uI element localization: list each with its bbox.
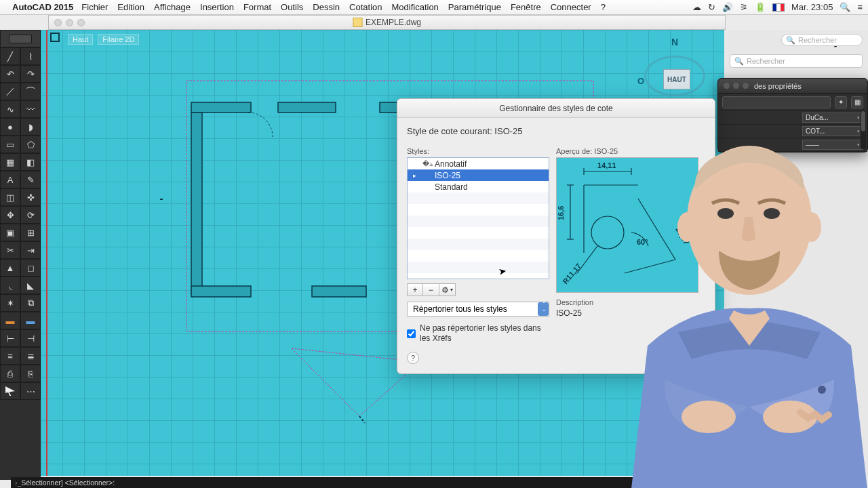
style-item-iso25[interactable]: ▸ISO-25: [408, 169, 549, 181]
tool-rotate[interactable]: ⟳: [20, 206, 41, 224]
tool-dim[interactable]: ⊢: [0, 329, 20, 347]
tool-segment[interactable]: ／: [0, 83, 20, 100]
tool-measure2[interactable]: ≣: [20, 347, 41, 365]
tool-export[interactable]: ⎘: [20, 365, 41, 382]
tool-redo[interactable]: ↷: [20, 65, 41, 83]
window-zoom-button[interactable]: [77, 19, 85, 26]
menu-connecter[interactable]: Connecter: [551, 2, 591, 12]
sync-icon[interactable]: ↻: [708, 2, 715, 12]
styles-listbox[interactable]: �⟁Annotatif ▸ISO-25 Standard: [407, 157, 549, 279]
window-close-button[interactable]: [54, 19, 62, 26]
object-type-select[interactable]: [722, 96, 831, 108]
cloud-icon[interactable]: ☁: [692, 2, 701, 12]
menu-outils[interactable]: Outils: [281, 2, 303, 12]
tool-circle[interactable]: ●: [0, 118, 20, 136]
options-style-button[interactable]: ⚙: [439, 283, 456, 296]
menu-affichage[interactable]: Affichage: [154, 2, 191, 12]
xref-checkbox-label[interactable]: Ne pas répertorier les styles dans les X…: [407, 323, 549, 344]
add-style-button[interactable]: +: [407, 283, 423, 296]
svg-point-29: [677, 212, 696, 242]
input-source-flag-icon[interactable]: [772, 3, 785, 12]
tool-hatch[interactable]: ▦: [0, 153, 20, 171]
menu-format[interactable]: Format: [243, 2, 271, 12]
properties-title: des propriétés: [754, 82, 802, 90]
menu-edition[interactable]: Edition: [117, 2, 144, 12]
tool-fillet[interactable]: ◟: [0, 277, 20, 294]
view-breadcrumb[interactable]: Haut Filaire 2D: [68, 35, 142, 43]
tool-extra[interactable]: ⋯: [20, 382, 41, 400]
tool-explode[interactable]: ✶: [0, 294, 20, 312]
tool-polygon[interactable]: ⬠: [20, 136, 41, 153]
viewcube-west[interactable]: O: [637, 76, 644, 86]
list-filter-select[interactable]: Répertorier tous les styles: [407, 302, 549, 317]
tool-freehand[interactable]: 〰: [20, 100, 41, 118]
tool-array[interactable]: ⊞: [20, 224, 41, 241]
tool-undo[interactable]: ↶: [0, 65, 20, 83]
tool-line[interactable]: ╱: [0, 47, 20, 65]
battery-icon[interactable]: 🔋: [755, 2, 766, 12]
tool-mirror[interactable]: ▲: [0, 259, 20, 277]
tool-measure[interactable]: ≡: [0, 347, 20, 365]
tool-match[interactable]: ✜: [20, 188, 41, 206]
menu-insertion[interactable]: Insertion: [200, 2, 234, 12]
quick-select-icon[interactable]: ✦: [835, 96, 847, 108]
tool-arc[interactable]: ⁀: [20, 83, 41, 100]
tool-brush[interactable]: ✎: [20, 171, 41, 188]
document-filename: EXEMPLE.dwg: [366, 18, 421, 27]
tool-rect[interactable]: ▭: [0, 136, 20, 153]
svg-rect-5: [191, 286, 251, 297]
dwg-file-icon: [353, 18, 362, 27]
tool-spline[interactable]: ∿: [0, 100, 20, 118]
crumb-visualstyle[interactable]: Filaire 2D: [98, 34, 139, 45]
remove-style-button[interactable]: −: [423, 283, 439, 296]
style-item-standard[interactable]: Standard: [408, 181, 549, 192]
menu-modification[interactable]: Modification: [391, 2, 438, 12]
style-item-annotatif[interactable]: �⟁Annotatif: [408, 158, 549, 169]
svg-rect-1: [191, 102, 251, 113]
tool-cursor[interactable]: [0, 382, 20, 400]
tool-trim[interactable]: ✂: [0, 241, 20, 259]
workspace-switcher[interactable]: [0, 30, 41, 47]
tool-extend[interactable]: ⇥: [20, 241, 41, 259]
panel-search-field[interactable]: 🔍 Rechercher: [730, 54, 863, 68]
expand-icon: ▸: [413, 172, 416, 179]
spotlight-icon[interactable]: 🔍: [840, 2, 850, 12]
tool-text[interactable]: A: [0, 171, 20, 188]
svg-rect-2: [278, 102, 336, 113]
menu-fichier[interactable]: Fichier: [81, 2, 108, 12]
viewcube-face[interactable]: HAUT: [663, 69, 690, 89]
menu-fenetre[interactable]: Fenêtre: [511, 2, 541, 12]
svg-line-8: [359, 416, 365, 423]
app-name[interactable]: AutoCAD 2015: [12, 2, 73, 12]
notification-center-icon[interactable]: ≡: [857, 2, 863, 12]
volume-icon[interactable]: 🔊: [722, 2, 733, 12]
clock[interactable]: Mar. 23:05: [791, 2, 833, 12]
tool-ellipse-arc[interactable]: ◗: [20, 118, 41, 136]
tool-chamfer[interactable]: ◣: [20, 277, 41, 294]
tool-move[interactable]: ✥: [0, 206, 20, 224]
tool-gradient[interactable]: ◧: [20, 153, 41, 171]
menu-parametrique[interactable]: Paramétrique: [448, 2, 501, 12]
tool-print[interactable]: ⎙: [0, 365, 20, 382]
tool-block[interactable]: ◫: [0, 188, 20, 206]
tool-scale[interactable]: ▣: [0, 224, 20, 241]
tool-layer[interactable]: ▬: [0, 312, 20, 329]
xref-checkbox[interactable]: [407, 324, 416, 344]
global-search-field[interactable]: 🔍 Rechercher: [781, 34, 863, 46]
menu-dessin[interactable]: Dessin: [313, 2, 340, 12]
tool-join[interactable]: ⧉: [20, 294, 41, 312]
viewcube-north[interactable]: N: [671, 37, 678, 47]
menu-cotation[interactable]: Cotation: [349, 2, 382, 12]
window-minimize-button[interactable]: [66, 19, 73, 26]
pick-add-icon[interactable]: ▦: [851, 96, 863, 108]
tool-layer2[interactable]: ▬: [20, 312, 41, 329]
crumb-view[interactable]: Haut: [68, 34, 93, 45]
document-titlebar: EXEMPLE.dwg: [48, 15, 726, 30]
wifi-icon[interactable]: ⚞: [740, 2, 748, 12]
menu-help[interactable]: ?: [601, 2, 606, 12]
tool-offset[interactable]: ◻: [20, 259, 41, 277]
tool-dim2[interactable]: ⊣: [20, 329, 41, 347]
svg-point-28: [764, 208, 780, 219]
tool-polyline[interactable]: ⌇: [20, 47, 41, 65]
help-button[interactable]: ?: [407, 352, 419, 364]
